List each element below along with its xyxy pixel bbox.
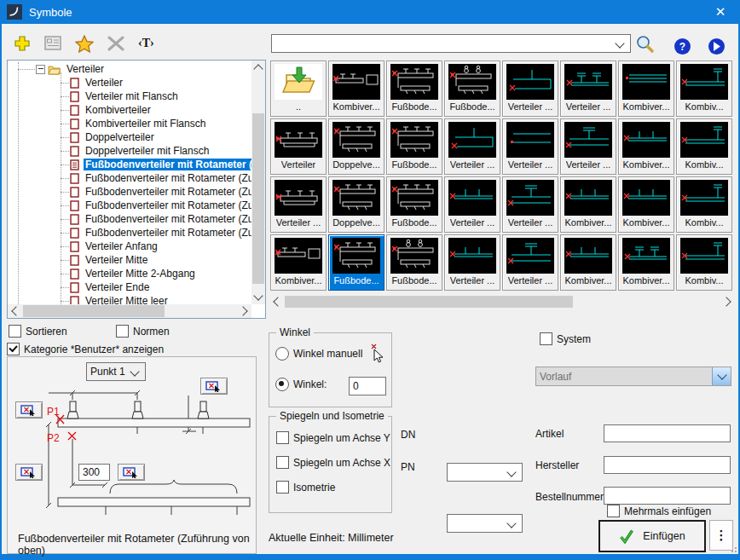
pick-point-button[interactable] — [15, 401, 43, 419]
symbol-thumbnail[interactable]: Fußbode... — [386, 234, 442, 291]
symbol-thumbnail[interactable]: Kombiv... — [676, 61, 732, 117]
checkbox[interactable] — [7, 343, 20, 355]
scroll-right-icon[interactable] — [721, 297, 731, 306]
symbol-thumbnail[interactable]: Fußbode... — [386, 176, 442, 233]
tree-item[interactable]: Kombiverteiler mit Flansch — [8, 117, 251, 130]
chevron-down-icon[interactable] — [615, 38, 624, 48]
tree-item[interactable]: Doppelverteiler — [8, 130, 251, 144]
favorite-star-icon[interactable] — [75, 35, 94, 53]
checkbox[interactable] — [540, 332, 552, 345]
mehrmals-checkbox[interactable]: Mehrmals einfügen — [607, 505, 711, 517]
symbol-thumbnail[interactable]: Verteiler ... — [444, 176, 500, 233]
scroll-left-icon[interactable] — [11, 306, 20, 315]
chevron-down-icon[interactable] — [130, 367, 139, 376]
chevron-down-icon[interactable] — [506, 467, 516, 476]
symbol-thumbnail[interactable]: Verteiler ... — [444, 118, 500, 175]
symbol-thumbnail[interactable]: Verteiler ... — [560, 118, 616, 175]
symbol-thumbnail[interactable]: Kombiv... — [676, 176, 732, 233]
chevron-down-icon[interactable] — [506, 518, 516, 528]
tree-item[interactable]: Verteiler Ende — [8, 280, 251, 294]
hersteller-input[interactable] — [604, 456, 731, 474]
distance-input[interactable]: 300 — [78, 464, 110, 481]
tree-item[interactable]: Fußbodenverteiler mit Rotameter (Zuführu — [8, 226, 251, 240]
pick-point-button[interactable] — [15, 464, 43, 481]
symbol-thumbnail[interactable]: Kombiver... — [560, 234, 616, 291]
checkbox[interactable] — [116, 325, 129, 338]
symbol-thumbnail[interactable]: Verteiler ... — [502, 176, 558, 233]
checkbox[interactable] — [9, 325, 21, 338]
folder-up-cell[interactable]: .. — [270, 61, 327, 117]
delete-x-icon[interactable] — [107, 36, 124, 51]
tree-item[interactable]: Verteiler Mitte leer — [8, 294, 251, 304]
radio[interactable] — [275, 347, 289, 361]
tree-vertical-scrollbar[interactable] — [251, 61, 265, 304]
tree-item[interactable]: Verteiler mit Flansch — [8, 89, 251, 103]
symbol-thumbnail[interactable]: Verteiler ... — [502, 61, 558, 117]
tree-item[interactable]: Fußbodenverteiler mit Rotameter (Zuführu — [8, 171, 251, 185]
einfuegen-button[interactable]: Einfügen — [598, 520, 706, 552]
scroll-down-icon[interactable] — [253, 291, 263, 300]
symbol-thumbnail[interactable]: Verteiler ... — [270, 176, 327, 233]
symbol-thumbnail[interactable]: Kombiver... — [618, 61, 674, 117]
tree-item[interactable]: Verteiler Mitte — [8, 253, 251, 267]
properties-icon[interactable] — [44, 36, 61, 51]
tree-folder-verteiler[interactable]: Verteiler — [8, 62, 251, 76]
normen-checkbox[interactable]: Normen — [116, 325, 170, 338]
symbol-thumbnail[interactable]: Verteiler ... — [502, 234, 558, 291]
winkel-value-radio[interactable]: Winkel: — [275, 378, 327, 391]
symbol-thumbnail[interactable]: Verteiler — [270, 118, 327, 175]
spiegeln-x-checkbox[interactable]: Spiegeln um Achse X — [276, 456, 390, 469]
kategorie-checkbox[interactable]: Kategorie *Benutzer* anzeigen — [7, 343, 164, 355]
radio[interactable] — [275, 378, 289, 391]
resize-grip[interactable] — [729, 545, 737, 553]
tree-item[interactable]: Verteiler Anfang — [8, 240, 251, 253]
spiegeln-y-checkbox[interactable]: Spiegeln um Achse Y — [276, 431, 390, 444]
point-select-combobox[interactable]: Punkt 1 — [86, 362, 146, 381]
sortieren-checkbox[interactable]: Sortieren — [9, 325, 67, 338]
symbol-thumbnail[interactable]: Fußbode... — [386, 61, 442, 117]
tree-horizontal-scrollbar[interactable] — [8, 304, 251, 318]
text-symbol-icon[interactable]: ‹T› — [138, 37, 154, 50]
tree-item[interactable]: Fußbodenverteiler mit Rotameter (Zuführu — [8, 212, 251, 226]
symbol-thumbnail[interactable]: Fußbode... — [328, 234, 384, 291]
artikel-input[interactable] — [604, 424, 731, 442]
tree-item[interactable]: Fußbodenverteiler mit Rotameter (Zuführu — [8, 199, 251, 212]
bestellnummer-input[interactable] — [604, 487, 731, 505]
system-checkbox[interactable]: System — [540, 332, 591, 345]
dn-combobox[interactable] — [447, 463, 523, 482]
symbol-thumbnail[interactable]: Kombiv... — [676, 234, 732, 291]
symbol-thumbnail[interactable]: Kombiver... — [328, 61, 384, 117]
grid-horizontal-scrollbar[interactable] — [269, 295, 735, 309]
run-icon[interactable] — [708, 38, 725, 55]
search-magnifier-icon[interactable] — [635, 34, 655, 54]
system-dropdown-button[interactable] — [712, 367, 731, 385]
symbol-thumbnail[interactable]: Fußbode... — [386, 118, 442, 175]
checkbox[interactable] — [607, 505, 620, 517]
checkbox[interactable] — [276, 456, 289, 469]
search-combobox[interactable] — [271, 34, 631, 53]
symbol-thumbnail[interactable]: Kombiver... — [618, 176, 674, 233]
isometrie-checkbox[interactable]: Isometrie — [276, 481, 335, 494]
winkel-input[interactable]: 0 — [349, 377, 386, 395]
scroll-right-icon[interactable] — [238, 306, 247, 315]
pn-combobox[interactable] — [447, 514, 523, 533]
winkel-manuell-radio[interactable]: Winkel manuell — [275, 347, 362, 361]
pick-point-button[interactable] — [200, 378, 228, 395]
tree-item[interactable]: Verteiler — [8, 76, 251, 89]
scroll-up-icon[interactable] — [253, 64, 263, 73]
scrollbar-thumb[interactable] — [252, 113, 264, 284]
symbol-thumbnail[interactable]: Doppelve... — [328, 176, 384, 233]
checkbox[interactable] — [276, 431, 289, 444]
symbol-thumbnail[interactable]: Fußbode... — [444, 61, 500, 117]
scrollbar-thumb[interactable] — [285, 296, 573, 308]
checkbox[interactable] — [276, 481, 289, 494]
symbol-thumbnail[interactable]: Kombiver... — [560, 176, 616, 233]
symbol-thumbnail[interactable]: Verteiler ... — [444, 234, 500, 291]
tree-item[interactable]: Doppelverteiler mit Flansch — [8, 144, 251, 158]
tree-item[interactable]: Fußbodenverteiler mit Rotameter (Zuführu — [8, 185, 251, 199]
scroll-left-icon[interactable] — [273, 297, 282, 306]
tree-item[interactable]: Verteiler Mitte 2-Abgang — [8, 267, 251, 280]
symbol-thumbnail[interactable]: Kombiver... — [618, 118, 674, 175]
symbol-thumbnail[interactable]: Kombiver... — [618, 234, 674, 291]
symbol-thumbnail[interactable]: Verteiler ... — [502, 118, 558, 175]
